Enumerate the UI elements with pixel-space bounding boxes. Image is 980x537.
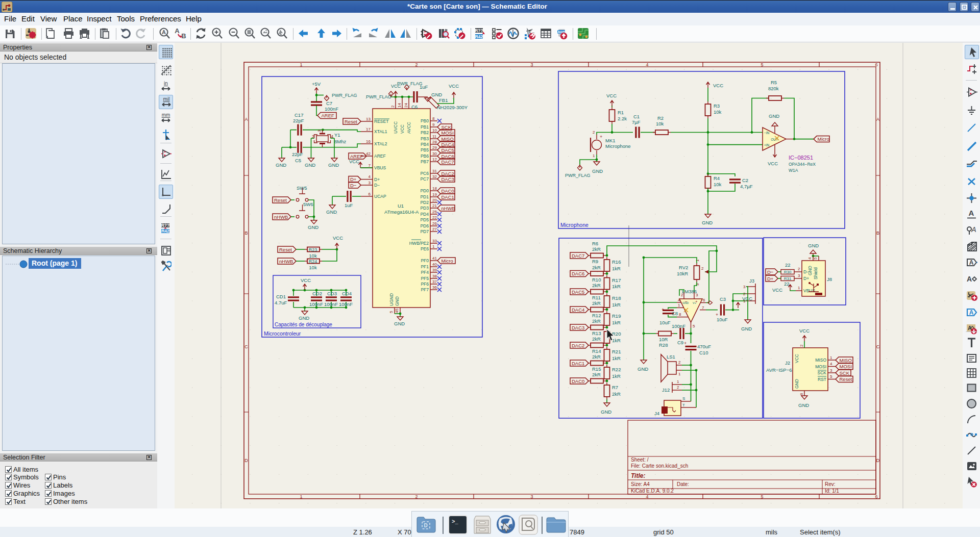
svg-text:29: 29 (432, 145, 437, 150)
svg-text:12: 12 (432, 157, 437, 162)
svg-text:GND: GND (808, 243, 819, 248)
svg-text:PWR_FLAG: PWR_FLAG (565, 173, 591, 178)
svg-text:Id: 1/1: Id: 1/1 (825, 488, 839, 494)
svg-text:R1: R1 (618, 110, 624, 115)
svg-text:DAC5: DAC5 (572, 289, 584, 295)
svg-text:PF0: PF0 (421, 258, 429, 263)
svg-text:6: 6 (369, 192, 371, 196)
svg-text:1: 1 (830, 355, 832, 360)
svg-text:VCC: VCC (794, 354, 799, 363)
svg-text:R16: R16 (612, 259, 621, 265)
svg-text:C9: C9 (677, 340, 683, 345)
svg-text:PB3: PB3 (421, 136, 429, 141)
svg-text:PF7: PF7 (421, 287, 429, 292)
svg-text:UGND: UGND (389, 293, 394, 306)
svg-text:R10: R10 (592, 277, 601, 283)
svg-text:D−: D− (350, 183, 357, 188)
svg-text:D−: D− (803, 269, 809, 274)
svg-text:GND: GND (769, 113, 779, 119)
svg-text:Y1: Y1 (334, 132, 340, 138)
svg-text:1kR: 1kR (612, 338, 621, 343)
svg-text:VCC: VCC (768, 161, 778, 166)
svg-text:36: 36 (432, 285, 437, 290)
svg-text:PD6: PD6 (420, 223, 429, 228)
svg-text:DAC3: DAC3 (572, 325, 584, 330)
svg-text:2kR: 2kR (592, 336, 601, 342)
svg-text:PB7: PB7 (421, 159, 429, 164)
svg-text:AREF: AREF (350, 154, 363, 159)
svg-text:5: 5 (761, 62, 763, 67)
svg-text:2kR: 2kR (592, 246, 601, 252)
svg-text:DAC7: DAC7 (442, 159, 454, 165)
svg-text:100nF: 100nF (324, 301, 338, 307)
svg-text:in: in (164, 81, 168, 86)
svg-text:2: 2 (415, 62, 418, 67)
svg-text:C: C (244, 344, 248, 349)
svg-text:10uF: 10uF (659, 320, 671, 325)
svg-text:GND: GND (798, 402, 809, 408)
svg-text:2.2k: 2.2k (618, 116, 627, 121)
svg-text:42: 42 (366, 151, 371, 156)
svg-text:R12: R12 (592, 313, 601, 318)
svg-text:10k: 10k (656, 121, 664, 126)
svg-text:VCC: VCC (349, 159, 359, 164)
svg-text:7: 7 (369, 163, 371, 168)
svg-text:1kR: 1kR (612, 302, 621, 308)
svg-text:Title:: Title: (631, 472, 645, 479)
svg-text:28: 28 (432, 140, 437, 144)
svg-text:Capacités de découplage: Capacités de découplage (275, 322, 332, 327)
svg-text:2: 2 (390, 105, 395, 108)
svg-text:PWR_FLAG: PWR_FLAG (397, 81, 423, 86)
svg-text:39: 39 (432, 268, 437, 272)
svg-text:100nF: 100nF (339, 301, 353, 307)
svg-text:−: − (685, 299, 688, 304)
svg-text:MOSI: MOSI (815, 364, 826, 369)
svg-text:16: 16 (366, 139, 371, 144)
svg-text:5W6: 5W6 (303, 201, 313, 207)
svg-text:R23: R23 (309, 247, 317, 252)
svg-text:AVCC: AVCC (406, 122, 411, 134)
svg-text:R2: R2 (657, 115, 664, 121)
svg-text:Reset: Reset (345, 119, 357, 124)
svg-text:4,7µF: 4,7µF (740, 184, 753, 189)
svg-text:DAC6: DAC6 (442, 154, 454, 159)
svg-text:DAC4: DAC4 (442, 142, 454, 147)
svg-text:DAC7: DAC7 (572, 253, 584, 259)
svg-text:Micro: Micro (818, 136, 829, 142)
svg-text:30: 30 (432, 151, 437, 156)
svg-text:5: 5 (389, 311, 394, 313)
svg-text:File: Carte son.kicad_sch: File: Carte son.kicad_sch (631, 463, 688, 469)
svg-text:A: A (969, 209, 974, 217)
svg-text:+: + (662, 307, 664, 312)
svg-text:MOSI: MOSI (840, 364, 852, 369)
svg-text:−IN: −IN (764, 131, 770, 135)
svg-text:VCC: VCC (713, 83, 723, 88)
svg-text:PC7: PC7 (420, 176, 429, 182)
svg-text:4: 4 (678, 298, 680, 302)
svg-text:Micro: Micro (442, 258, 453, 264)
svg-text:GND: GND (601, 409, 611, 415)
svg-text:8: 8 (679, 312, 681, 317)
svg-text:R28: R28 (659, 342, 668, 348)
svg-text:19: 19 (432, 192, 437, 197)
svg-text:1kR: 1kR (612, 266, 621, 271)
svg-text:CD2: CD2 (312, 291, 322, 296)
svg-text:C3: C3 (720, 296, 726, 302)
svg-text:D: D (424, 523, 427, 528)
svg-text:R42: R42 (161, 228, 169, 234)
svg-text:33: 33 (432, 239, 437, 243)
svg-text:+: + (600, 134, 602, 139)
svg-text:40: 40 (432, 262, 437, 267)
svg-text:8Mhz: 8Mhz (334, 139, 346, 144)
svg-text:GND: GND (702, 220, 713, 225)
svg-text:CD1: CD1 (276, 294, 286, 299)
svg-text:22pF: 22pF (292, 151, 303, 157)
svg-text:VCC: VCC (799, 328, 810, 334)
svg-text:PD4: PD4 (420, 212, 429, 217)
svg-text:RST: RST (818, 377, 826, 382)
svg-text:+: + (684, 341, 687, 346)
svg-text:21: 21 (432, 203, 437, 208)
svg-text:Sheet: /: Sheet: / (631, 457, 649, 463)
svg-text:A: A (876, 117, 879, 122)
svg-text:22pF: 22pF (293, 118, 304, 123)
